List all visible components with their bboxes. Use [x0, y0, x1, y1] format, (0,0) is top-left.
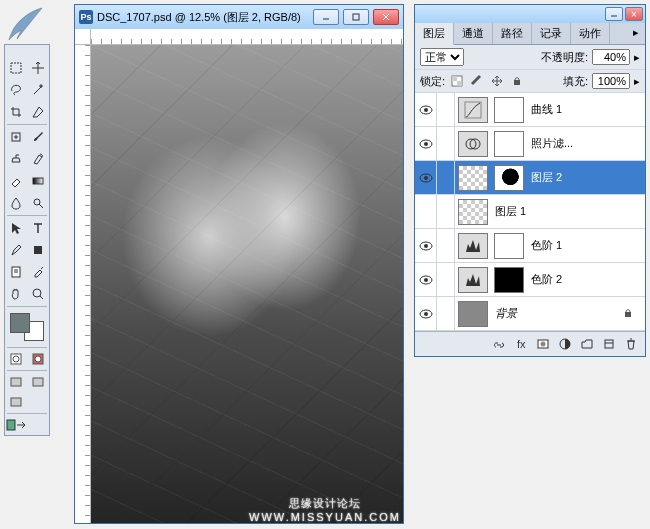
minimize-button[interactable] — [313, 9, 339, 25]
opacity-flyout-icon[interactable]: ▸ — [634, 51, 640, 64]
gradient-tool[interactable] — [27, 170, 49, 192]
close-button[interactable] — [373, 9, 399, 25]
link-cell[interactable] — [437, 297, 455, 330]
adjustment-thumb[interactable] — [458, 267, 488, 293]
layer-name[interactable]: 图层 2 — [527, 170, 645, 185]
panel-titlebar[interactable]: × — [415, 5, 645, 23]
link-cell[interactable] — [437, 195, 455, 228]
mask-thumb[interactable] — [494, 165, 524, 191]
screenmode-full-menu-button[interactable] — [27, 372, 49, 392]
jump-to-imageready-button[interactable] — [5, 415, 27, 435]
ruler-vertical[interactable] — [75, 45, 91, 523]
mask-thumb[interactable] — [494, 233, 524, 259]
maximize-button[interactable] — [343, 9, 369, 25]
lock-pixels-button[interactable] — [469, 73, 485, 89]
visibility-toggle[interactable] — [415, 161, 437, 194]
layer-row[interactable]: 图层 1 — [415, 195, 645, 229]
layer-name[interactable]: 图层 1 — [491, 204, 645, 219]
path-select-tool[interactable] — [5, 217, 27, 239]
link-cell[interactable] — [437, 229, 455, 262]
tab-0[interactable]: 图层 — [415, 23, 454, 45]
link-cell[interactable] — [437, 93, 455, 126]
visibility-toggle[interactable] — [415, 297, 437, 330]
fx-button[interactable]: fx — [511, 335, 531, 353]
notes-tool[interactable] — [5, 261, 27, 283]
layer-thumb[interactable] — [458, 165, 488, 191]
hand-tool[interactable] — [5, 283, 27, 305]
layer-thumb[interactable] — [458, 301, 488, 327]
lock-position-button[interactable] — [489, 73, 505, 89]
eyedropper-tool[interactable] — [27, 261, 49, 283]
lock-all-button[interactable] — [509, 73, 525, 89]
layer-row[interactable]: 图层 2 — [415, 161, 645, 195]
zoom-tool[interactable] — [27, 283, 49, 305]
document-titlebar[interactable]: Ps DSC_1707.psd @ 12.5% (图层 2, RGB/8) — [75, 5, 403, 29]
marquee-tool[interactable] — [5, 57, 27, 79]
move-tool[interactable] — [27, 57, 49, 79]
layer-thumb[interactable] — [458, 199, 488, 225]
tab-3[interactable]: 记录 — [532, 23, 571, 44]
layer-name[interactable]: 曲线 1 — [527, 102, 645, 117]
mask-button[interactable] — [533, 335, 553, 353]
layer-name[interactable]: 背景 — [491, 306, 623, 321]
mask-thumb[interactable] — [494, 97, 524, 123]
history-brush-tool[interactable] — [27, 148, 49, 170]
dodge-tool[interactable] — [27, 192, 49, 214]
quickmask-mode-button[interactable] — [27, 349, 49, 369]
layer-row[interactable]: 曲线 1 — [415, 93, 645, 127]
adjustment-button[interactable] — [555, 335, 575, 353]
fill-flyout-icon[interactable]: ▸ — [634, 75, 640, 88]
panel-minimize-button[interactable] — [605, 7, 623, 21]
delete-button[interactable] — [621, 335, 641, 353]
link-cell[interactable] — [437, 127, 455, 160]
layer-name[interactable]: 色阶 1 — [527, 238, 645, 253]
panel-menu-icon[interactable]: ▸ — [627, 23, 645, 44]
group-button[interactable] — [577, 335, 597, 353]
lock-transparency-button[interactable] — [449, 73, 465, 89]
visibility-toggle[interactable] — [415, 263, 437, 296]
tab-4[interactable]: 动作 — [571, 23, 610, 44]
layer-row[interactable]: 照片滤... — [415, 127, 645, 161]
new-button[interactable] — [599, 335, 619, 353]
mask-thumb[interactable] — [494, 267, 524, 293]
layer-name[interactable]: 照片滤... — [527, 136, 645, 151]
adjustment-thumb[interactable] — [458, 131, 488, 157]
layer-row[interactable]: 背景 — [415, 297, 645, 331]
healing-brush-tool[interactable] — [5, 126, 27, 148]
pen-tool[interactable] — [5, 239, 27, 261]
screenmode-normal-button[interactable] — [5, 372, 27, 392]
visibility-toggle[interactable] — [415, 229, 437, 262]
fill-input[interactable] — [592, 73, 630, 89]
canvas[interactable] — [91, 45, 403, 523]
shape-tool[interactable] — [27, 239, 49, 261]
ruler-horizontal[interactable] — [91, 29, 403, 45]
mask-thumb[interactable] — [494, 131, 524, 157]
layer-row[interactable]: 色阶 1 — [415, 229, 645, 263]
adjustment-thumb[interactable] — [458, 233, 488, 259]
eraser-tool[interactable] — [5, 170, 27, 192]
lasso-tool[interactable] — [5, 79, 27, 101]
layer-row[interactable]: 色阶 2 — [415, 263, 645, 297]
link-cell[interactable] — [437, 263, 455, 296]
link-button[interactable] — [489, 335, 509, 353]
screenmode-full-button[interactable] — [5, 392, 27, 412]
layer-name[interactable]: 色阶 2 — [527, 272, 645, 287]
color-swatches[interactable] — [8, 311, 46, 343]
link-cell[interactable] — [437, 161, 455, 194]
panel-close-button[interactable]: × — [625, 7, 643, 21]
adjustment-thumb[interactable] — [458, 97, 488, 123]
blur-tool[interactable] — [5, 192, 27, 214]
type-tool[interactable] — [27, 217, 49, 239]
magic-wand-tool[interactable] — [27, 79, 49, 101]
ruler-origin[interactable] — [75, 29, 91, 45]
visibility-toggle[interactable] — [415, 127, 437, 160]
visibility-toggle[interactable] — [415, 195, 437, 228]
visibility-toggle[interactable] — [415, 93, 437, 126]
tab-2[interactable]: 路径 — [493, 23, 532, 44]
blend-mode-select[interactable]: 正常 — [420, 48, 464, 66]
opacity-input[interactable] — [592, 49, 630, 65]
slice-tool[interactable] — [27, 101, 49, 123]
tab-1[interactable]: 通道 — [454, 23, 493, 44]
brush-tool[interactable] — [27, 126, 49, 148]
clone-stamp-tool[interactable] — [5, 148, 27, 170]
